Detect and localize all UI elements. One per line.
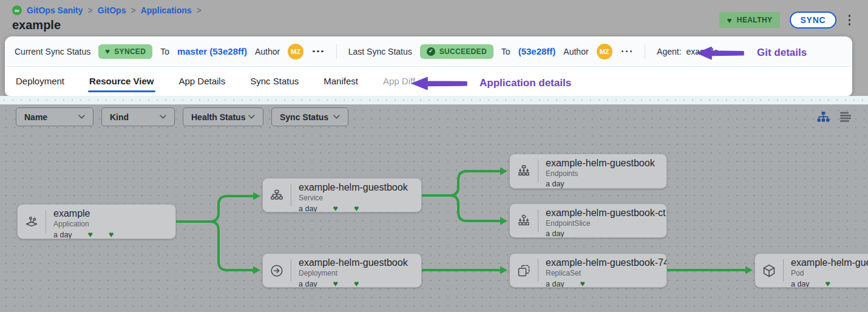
heart-icon: ♥: [580, 279, 585, 287]
node-kind: Endpoints: [546, 169, 655, 178]
kind-filter-label: Kind: [110, 112, 129, 122]
chevron-down-icon: [78, 115, 85, 119]
agent-label: Agent:: [657, 47, 681, 56]
node-title: example-helm-guestbook: [546, 158, 655, 169]
gitops-application-page: ∞ GitOps Sanity > GitOps > Applications …: [0, 0, 868, 312]
heart-icon: ♥: [109, 229, 114, 239]
node-service-example-helm-guestbook[interactable]: example-helm-guestbook Service a day♥♥: [262, 178, 422, 212]
kind-filter-dropdown[interactable]: Kind: [101, 107, 175, 126]
node-meta: a day♥♥: [299, 279, 408, 287]
avatar: MZ: [288, 44, 303, 59]
breadcrumb: ∞ GitOps Sanity > GitOps > Applications …: [12, 5, 202, 15]
more-options-icon[interactable]: [620, 48, 634, 55]
heart-icon: ♥: [333, 203, 338, 212]
breadcrumb-item-gitops-sanity[interactable]: GitOps Sanity: [27, 5, 83, 15]
node-title: example-helm-guest: [791, 257, 868, 268]
breadcrumb-separator: >: [197, 5, 202, 15]
node-age: a day: [546, 180, 565, 188]
node-meta: a day: [546, 180, 655, 188]
gitops-logo-icon: ∞: [12, 5, 22, 15]
node-meta: a day: [546, 229, 662, 237]
node-meta: a day♥♥: [299, 204, 408, 212]
node-kind: Service: [299, 194, 408, 202]
pod-icon: [755, 259, 784, 282]
service-icon: [263, 184, 291, 206]
node-application-example[interactable]: example Application a day♥♥: [17, 204, 176, 239]
node-content: example-helm-guest Pod a day♥: [784, 254, 868, 287]
name-filter-dropdown[interactable]: Name: [16, 107, 93, 126]
current-revision-link[interactable]: master (53e28ff): [177, 46, 247, 56]
node-age: a day: [546, 280, 565, 288]
name-filter-label: Name: [24, 112, 47, 122]
heart-icon: ♥: [354, 203, 359, 212]
last-author-label: Author: [563, 47, 588, 56]
node-replicaset-example-helm-guestbook[interactable]: example-helm-guestbook-74... ReplicaSet …: [509, 253, 667, 288]
node-content: example Application a day♥♥: [46, 205, 118, 239]
avatar: MZ: [597, 44, 612, 59]
panel-bottom-strip: [0, 96, 868, 104]
sync-status-filter-label: Sync Status: [280, 112, 328, 122]
node-kind: ReplicaSet: [546, 269, 662, 277]
synced-badge: ♥ SYNCED: [98, 44, 152, 59]
node-endpoints-example-helm-guestbook[interactable]: example-helm-guestbook Endpoints a day: [509, 154, 667, 189]
node-age: a day: [53, 231, 72, 239]
heart-icon: ♥: [105, 47, 110, 55]
node-age: a day: [299, 205, 317, 212]
current-sync-status-label: Current Sync Status: [15, 47, 90, 56]
node-title: example-helm-guestbook: [299, 182, 408, 193]
health-status-badge: ♥ HEALTHY: [719, 12, 781, 28]
tab-app-diff[interactable]: App Diff: [383, 67, 415, 95]
heart-icon: ♥: [354, 279, 359, 287]
resource-tree-canvas[interactable]: Name Kind Health Status Sync Status: [0, 104, 868, 312]
health-status-filter-label: Health Status: [191, 112, 245, 122]
agent-value: example: [687, 47, 719, 56]
synced-badge-label: SYNCED: [114, 47, 146, 56]
node-age: a day: [791, 280, 810, 288]
view-toggles: [817, 111, 851, 123]
node-meta: a day♥: [791, 279, 868, 287]
divider: [336, 44, 337, 59]
node-kind: EndpointSlice: [546, 219, 662, 228]
list-view-icon[interactable]: [839, 111, 851, 123]
breadcrumb-separator: >: [88, 5, 93, 15]
breadcrumb-item-applications[interactable]: Applications: [141, 5, 192, 15]
tree-view-icon[interactable]: [817, 111, 830, 123]
last-to-label: To: [501, 47, 510, 56]
node-meta: a day♥: [546, 279, 662, 287]
more-menu-icon[interactable]: [846, 12, 853, 28]
chevron-down-icon: [248, 115, 255, 119]
tab-deployment[interactable]: Deployment: [16, 67, 64, 95]
sync-status-filter-dropdown[interactable]: Sync Status: [271, 107, 348, 126]
chevron-down-icon: [333, 115, 340, 119]
endpointslice-icon: [510, 209, 538, 232]
more-options-icon[interactable]: [311, 48, 325, 55]
node-content: example-helm-guestbook Deployment a day♥…: [291, 254, 413, 287]
tab-sync-status[interactable]: Sync Status: [250, 67, 299, 95]
succeeded-badge: ✓ SUCCEEDED: [420, 44, 493, 59]
app-details-panel: Current Sync Status ♥ SYNCED To master (…: [5, 36, 852, 96]
tab-app-details[interactable]: App Details: [179, 67, 226, 95]
last-revision-link[interactable]: (53e28ff): [518, 46, 556, 56]
sync-status-bar: Current Sync Status ♥ SYNCED To master (…: [5, 36, 852, 67]
node-content: example-helm-guestbook-ct... EndpointSli…: [538, 204, 666, 237]
header-actions: ♥ HEALTHY SYNC: [719, 12, 853, 29]
node-endpointslice-example-helm-guestbook[interactable]: example-helm-guestbook-ct... EndpointSli…: [509, 203, 667, 238]
node-pod-example-helm-guest[interactable]: example-helm-guest Pod a day♥: [754, 253, 868, 288]
tab-manifest[interactable]: Manifest: [324, 67, 358, 95]
sync-button[interactable]: SYNC: [790, 12, 836, 29]
node-kind: Pod: [791, 269, 868, 277]
health-status-filter-dropdown[interactable]: Health Status: [183, 107, 263, 126]
node-age: a day: [546, 229, 565, 237]
breadcrumb-item-gitops[interactable]: GitOps: [98, 5, 126, 15]
succeeded-badge-label: SUCCEEDED: [439, 47, 487, 56]
node-title: example-helm-guestbook-ct...: [546, 208, 662, 219]
heart-icon: ♥: [333, 279, 338, 287]
node-deployment-example-helm-guestbook[interactable]: example-helm-guestbook Deployment a day♥…: [262, 253, 422, 288]
node-title: example-helm-guestbook-74...: [546, 257, 662, 268]
node-content: example-helm-guestbook-74... ReplicaSet …: [538, 254, 666, 287]
heart-icon: ♥: [88, 229, 93, 239]
tab-resource-view[interactable]: Resource View: [89, 67, 154, 95]
current-author-label: Author: [255, 47, 280, 56]
node-kind: Deployment: [299, 269, 408, 277]
page-title: example: [12, 18, 61, 32]
